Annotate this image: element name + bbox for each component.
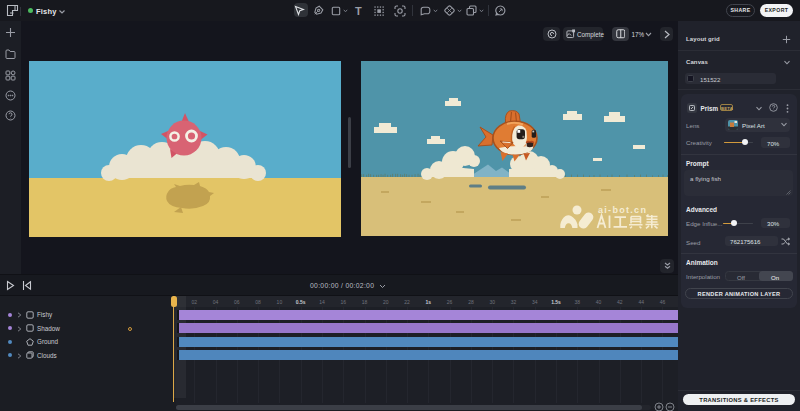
svg-text:ai-bot.cn: ai-bot.cn <box>598 205 647 215</box>
